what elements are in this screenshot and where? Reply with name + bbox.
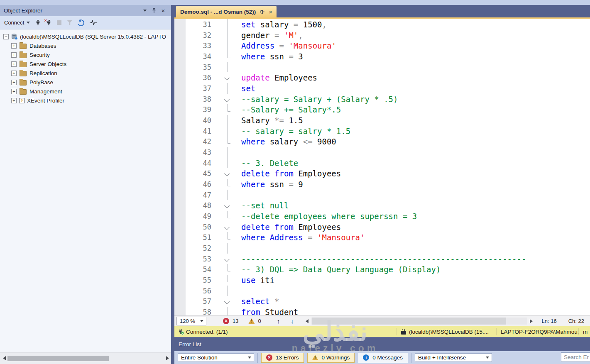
scroll-right-icon[interactable] [166, 356, 169, 360]
error-list-search-input[interactable] [561, 352, 590, 362]
code-line[interactable]: 48--set null [174, 200, 590, 211]
scope-select[interactable]: Entire Solution [178, 353, 254, 362]
collapse-chevron-icon[interactable] [224, 97, 230, 102]
pin-button[interactable] [149, 8, 159, 13]
expand-icon[interactable]: + [11, 61, 17, 67]
window-position-button[interactable] [140, 10, 149, 12]
code-line[interactable]: 44-- 3. Delete [174, 158, 590, 169]
document-tab[interactable]: Demoo.sql - ...d Osman (52)) × [176, 6, 277, 17]
code-line[interactable]: 57select * [174, 296, 590, 307]
error-icon[interactable] [223, 318, 229, 324]
previous-arrow-icon[interactable]: ↑ [277, 318, 280, 325]
code-line[interactable]: 55use iti [174, 275, 590, 286]
warnings-filter-button[interactable]: 0 Warnings [307, 353, 355, 363]
code-line[interactable]: 47 [174, 190, 590, 200]
expand-icon[interactable]: + [11, 98, 17, 103]
collapse-chevron-icon[interactable] [224, 299, 230, 305]
stop-icon[interactable] [57, 20, 61, 25]
collapse-chevron-icon[interactable] [224, 225, 230, 230]
code-editor[interactable]: 31set salary = 1500,32gender = 'M',33Add… [174, 19, 590, 315]
expand-icon[interactable]: + [11, 80, 17, 85]
intellisense-filter-select[interactable]: Build + IntelliSense [415, 353, 492, 362]
code-line[interactable]: 53--------------------------------------… [174, 254, 590, 264]
collapse-chevron-icon[interactable] [224, 203, 230, 209]
code-line[interactable]: 39--Salary += Salary*.5 [174, 104, 590, 115]
scroll-left-icon[interactable] [3, 356, 6, 360]
tree-item-security[interactable]: +Security [0, 50, 171, 59]
code-line[interactable]: 56 [174, 286, 590, 296]
editor-hscrollbar[interactable] [311, 318, 527, 325]
code-line[interactable]: 35 [174, 62, 590, 73]
disconnect-server-button[interactable]: × [46, 20, 51, 25]
scrollbar-thumb[interactable] [7, 356, 109, 361]
next-arrow-icon[interactable]: ↓ [291, 318, 294, 325]
code-line[interactable]: 50delete from Employees [174, 222, 590, 232]
error-list-header[interactable]: Error List [174, 337, 590, 351]
expand-icon[interactable]: + [11, 52, 17, 58]
close-icon[interactable]: × [269, 9, 272, 15]
expand-icon[interactable]: + [11, 71, 17, 76]
tree-item-polybase[interactable]: +PolyBase [0, 78, 171, 87]
tree-item-databases[interactable]: +Databases [0, 41, 171, 50]
code-text: select * [235, 297, 279, 306]
messages-filter-button[interactable]: 0 Messages [358, 353, 408, 363]
tree-item-server-objects[interactable]: +Server Objects [0, 59, 171, 68]
tree-item-xevent-profiler[interactable]: +XEvent Profiler [0, 96, 171, 105]
code-line[interactable]: 42where salary <= 9000 [174, 136, 590, 147]
code-line[interactable]: 51where Address = 'Mansoura' [174, 232, 590, 243]
code-line[interactable]: 31set salary = 1500, [174, 19, 590, 30]
tree-item-management[interactable]: +Management [0, 87, 171, 96]
code-line[interactable]: 37set [174, 83, 590, 94]
tree-item-label: Databases [29, 43, 56, 49]
scroll-right-icon[interactable] [530, 319, 533, 323]
expand-icon[interactable]: + [11, 43, 17, 49]
collapse-icon[interactable]: − [3, 34, 9, 39]
errors-filter-button[interactable]: 13 Errors [261, 353, 304, 363]
code-line[interactable]: 36update Employees [174, 72, 590, 83]
outlining-margin[interactable] [220, 72, 235, 83]
warning-icon[interactable] [248, 318, 255, 324]
tree-item-replication[interactable]: +Replication [0, 68, 171, 78]
outlining-margin[interactable] [220, 296, 235, 307]
code-line[interactable]: 54-- 3) DQL => Data Query Language (Disp… [174, 264, 590, 275]
code-line[interactable]: 33Address = 'Mansoura' [174, 40, 590, 51]
line-number: 57 [186, 297, 220, 305]
code-text: -- 3) DQL => Data Query Language (Displa… [235, 265, 441, 274]
filter-icon[interactable] [67, 20, 72, 25]
close-button[interactable]: × [159, 7, 168, 14]
outlining-margin[interactable] [220, 254, 235, 264]
outlining-margin[interactable] [220, 200, 235, 211]
object-explorer-hscrollbar[interactable] [0, 352, 171, 364]
zoom-select[interactable]: 120 % [176, 317, 206, 325]
outlining-margin[interactable] [220, 222, 235, 232]
code-line[interactable]: 43 [174, 147, 590, 158]
activity-monitor-icon[interactable] [90, 20, 97, 25]
plug-icon [35, 20, 41, 25]
code-line[interactable]: 38--salary = Salary + (Salary * .5) [174, 94, 590, 105]
code-line[interactable]: 32gender = 'M', [174, 30, 590, 41]
code-line[interactable]: 45delete from Employees [174, 168, 590, 179]
expand-icon[interactable]: + [11, 89, 17, 94]
tree-root-server[interactable]: − (localdb)\MSSQLLocalDB (SQL Server 15.… [0, 32, 171, 41]
code-line[interactable]: 49--delete employees where superssn = 3 [174, 211, 590, 222]
collapse-chevron-icon[interactable] [224, 75, 230, 81]
scrollbar-thumb[interactable] [312, 318, 507, 325]
error-count[interactable]: 13 [233, 318, 238, 324]
refresh-icon[interactable] [77, 18, 86, 27]
code-line[interactable]: 58from Student [174, 307, 590, 315]
code-line[interactable]: 52 [174, 243, 590, 254]
outlining-margin[interactable] [220, 168, 235, 179]
pin-icon[interactable] [260, 9, 265, 15]
line-number: 56 [186, 287, 220, 295]
code-line[interactable]: 41-- salary = salry * 1.5 [174, 126, 590, 137]
collapse-chevron-icon[interactable] [224, 257, 230, 262]
collapse-chevron-icon[interactable] [224, 171, 230, 177]
warning-count[interactable]: 0 [258, 318, 261, 324]
code-line[interactable]: 34where ssn = 3 [174, 51, 590, 62]
outlining-margin[interactable] [220, 94, 235, 105]
code-line[interactable]: 46where ssn = 9 [174, 179, 590, 190]
code-line[interactable]: 40Salary *= 1.5 [174, 115, 590, 126]
scroll-left-icon[interactable] [306, 319, 308, 323]
connect-button[interactable]: Connect [4, 20, 30, 26]
connect-server-button[interactable] [35, 20, 41, 25]
